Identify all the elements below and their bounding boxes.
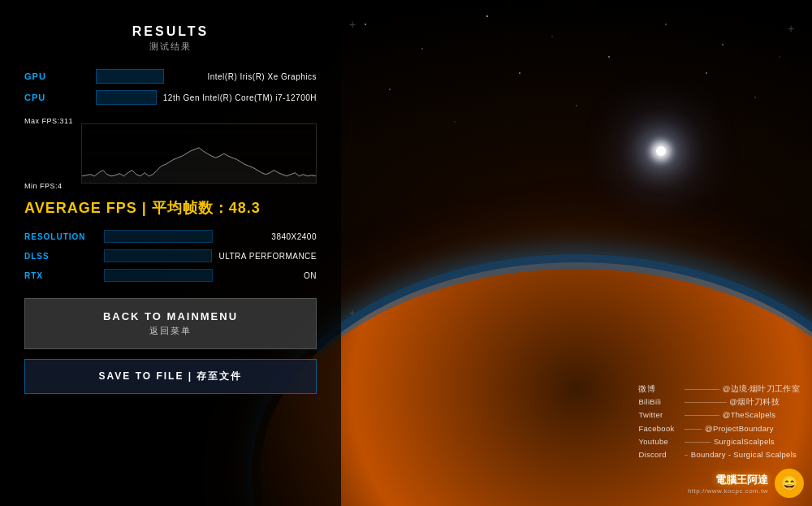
social-row: Twitter -------------------- @TheScalpel… [638,409,800,422]
social-row: Youtube --------------- SurgicalScalpels [638,435,800,448]
social-platform: Youtube [638,435,680,448]
chart-max-label: Max FPS:311 [24,117,73,125]
watermark-name: 電腦王阿達 [688,473,768,487]
social-dots: -- [684,448,687,461]
social-handle: @边境·烟叶刀工作室 [723,383,800,396]
svg-marker-20 [82,148,316,183]
social-dots: ------------------------ [684,396,726,409]
svg-point-4 [608,56,610,58]
svg-point-7 [754,97,755,97]
social-handle: @TheScalpels [723,409,776,422]
cpu-bar [96,90,157,105]
gpu-row: GPU Intel(R) Iris(R) Xe Graphics [24,69,317,84]
svg-point-10 [519,72,520,74]
avg-fps-label: AVERAGE FPS | 平均帧数： [24,200,229,216]
save-to-file-button[interactable]: SAVE TO FILE | 存至文件 [24,359,317,394]
social-platform: Twitter [638,409,680,422]
spec-value: 3840X2400 [219,232,317,241]
social-dots: -------------------- [684,409,719,422]
svg-point-0 [365,24,366,25]
fps-chart-container: Max FPS:311 Min FPS:4 [24,117,317,190]
chart-min-label: Min FPS:4 [24,182,63,190]
watermark-url: http://www.kocpc.com.tw [688,487,768,495]
back-primary-text: BACK TO MAINMENU [37,310,304,322]
spec-row: DLSS ULTRA PERFORMANCE [24,249,317,262]
svg-point-5 [665,24,667,25]
watermark-icon: 😄 [775,469,804,498]
svg-point-6 [722,44,723,45]
social-dots: -------------------- [684,383,719,396]
social-platform: Facebook [638,422,680,435]
gpu-bar [96,69,164,84]
watermark: 電腦王阿達 http://www.kocpc.com.tw 😄 [688,469,804,498]
social-platform: Discord [638,448,680,461]
cpu-value: 12th Gen Intel(R) Core(TM) i7-12700H [163,93,317,102]
social-handle: @烟叶刀科技 [729,396,779,409]
watermark-text: 電腦王阿達 http://www.kocpc.com.tw [688,473,768,495]
svg-point-13 [779,56,780,57]
svg-point-9 [454,121,455,122]
social-row: Facebook ---------- @ProjectBoundary [638,422,800,435]
social-handle: SurgicalScalpels [714,435,775,448]
cpu-label: CPU [24,93,89,102]
fps-chart [81,123,317,184]
results-subtitle: 测试结果 [24,41,317,53]
svg-point-12 [706,72,707,74]
spec-row: RESOLUTION 3840X2400 [24,230,317,243]
social-platform: 微博 [638,383,680,396]
back-secondary-text: 返回菜单 [37,325,304,337]
gpu-value: Intel(R) Iris(R) Xe Graphics [171,72,317,81]
social-handle: Boundary - Surgical Scalpels [691,448,797,461]
avg-fps-value: 48.3 [229,200,261,216]
svg-text:+: + [788,22,794,35]
results-panel: RESULTS 测试结果 GPU Intel(R) Iris(R) Xe Gra… [0,0,341,506]
cpu-row: CPU 12th Gen Intel(R) Core(TM) i7-12700H [24,90,317,105]
svg-point-11 [576,105,577,106]
social-platform: BiliBili [638,396,680,409]
button-area: BACK TO MAINMENU 返回菜单 SAVE TO FILE | 存至文… [24,298,317,394]
average-fps: AVERAGE FPS | 平均帧数：48.3 [24,198,317,218]
spec-bar [104,230,213,243]
svg-point-2 [486,15,488,17]
svg-point-1 [421,48,423,50]
spec-value: ULTRA PERFORMANCE [218,252,317,261]
social-handle: @ProjectBoundary [705,422,774,435]
gpu-label: GPU [24,71,89,81]
spec-bar [104,249,212,262]
social-row: BiliBili ------------------------ @烟叶刀科技 [638,396,800,409]
svg-text:+: + [349,18,356,31]
svg-point-3 [551,36,552,37]
social-dots: ---------- [684,422,702,435]
social-panel: 微博 -------------------- @边境·烟叶刀工作室 BiliB… [638,383,800,461]
social-row: Discord -- Boundary - Surgical Scalpels [638,448,800,461]
spec-row: RTX ON [24,269,317,282]
results-header: RESULTS 测试结果 [24,24,317,53]
spec-label: RTX [24,271,97,280]
back-to-mainmenu-button[interactable]: BACK TO MAINMENU 返回菜单 [24,298,317,349]
spec-label: RESOLUTION [24,232,97,241]
spec-label: DLSS [24,252,97,261]
spec-rows: RESOLUTION 3840X2400 DLSS ULTRA PERFORMA… [24,230,317,282]
svg-point-8 [389,89,391,90]
results-title: RESULTS [24,24,317,39]
spec-bar [104,269,213,282]
spec-value: ON [219,271,317,280]
social-dots: --------------- [684,435,710,448]
save-button-text: SAVE TO FILE | 存至文件 [99,370,243,382]
sun-star [656,146,666,156]
social-row: 微博 -------------------- @边境·烟叶刀工作室 [638,383,800,396]
